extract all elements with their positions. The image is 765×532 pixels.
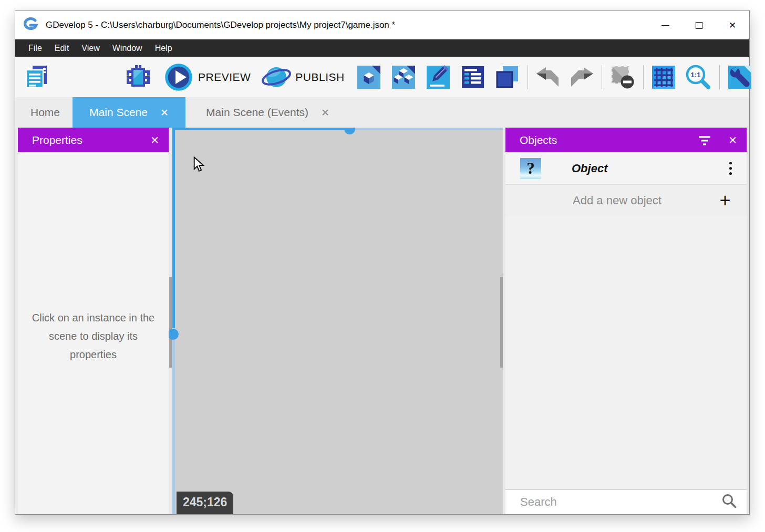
minimize-button[interactable]	[648, 11, 682, 39]
vertical-scroll-track-empty	[172, 340, 175, 514]
redo-button[interactable]	[570, 67, 594, 88]
add-object-row[interactable]: Add a new object +	[505, 185, 747, 216]
main-area: Properties ✕ Click on an instance in the…	[15, 128, 749, 514]
preview-play-icon	[164, 63, 193, 91]
preview-button[interactable]: PREVIEW	[164, 63, 251, 91]
close-window-button[interactable]: ✕	[716, 11, 749, 39]
vertical-scroll-handle[interactable]	[169, 329, 179, 340]
debug-button[interactable]	[125, 64, 152, 91]
tab-label: Main Scene (Events)	[206, 106, 308, 119]
grid-icon	[651, 65, 676, 90]
object-list-item[interactable]: ? Object	[505, 152, 747, 185]
scene-canvas[interactable]: 245;126	[169, 128, 503, 514]
search-input[interactable]	[520, 495, 721, 509]
title-bar: GDevelop 5 - C:\Users\charburg\Documents…	[15, 11, 749, 39]
toolbar: PREVIEW PUBLISH	[15, 57, 749, 97]
vertical-scrollbar-right[interactable]	[500, 277, 503, 368]
tab-main-scene[interactable]: Main Scene ✕	[73, 97, 185, 128]
events-sheet-icon	[460, 65, 485, 90]
mouse-cursor-icon	[193, 157, 205, 175]
window-title: GDevelop 5 - C:\Users\charburg\Documents…	[46, 20, 395, 30]
maximize-icon	[696, 22, 702, 29]
properties-panel-title: Properties	[32, 134, 82, 147]
close-objects-icon[interactable]: ✕	[728, 134, 737, 147]
app-window: GDevelop 5 - C:\Users\charburg\Documents…	[15, 11, 750, 515]
preview-label: PREVIEW	[198, 71, 251, 84]
vertical-scrollbar-left[interactable]	[169, 277, 172, 368]
settings-wrench-icon	[727, 65, 752, 90]
edit-pencil-icon	[426, 65, 451, 90]
filter-objects-button[interactable]	[698, 135, 711, 145]
close-icon: ✕	[729, 20, 736, 31]
open-scene-button[interactable]	[356, 65, 381, 90]
object-name: Object	[572, 162, 607, 175]
search-icon[interactable]	[721, 493, 737, 511]
grid-button[interactable]	[651, 65, 676, 90]
edit-scene-properties-button[interactable]	[426, 65, 451, 90]
objects-panel-header: Objects ✕	[505, 128, 747, 152]
publish-globe-icon	[261, 63, 292, 91]
tab-label: Home	[30, 106, 60, 119]
scene-settings-button[interactable]	[727, 65, 752, 90]
close-tab-icon[interactable]: ✕	[321, 107, 329, 119]
close-properties-icon[interactable]: ✕	[150, 134, 159, 147]
properties-panel-body: Click on an instance in the scene to dis…	[18, 152, 169, 514]
tab-bar: Home Main Scene ✕ Main Scene (Events) ✕	[15, 97, 749, 128]
object-menu-button[interactable]	[727, 160, 734, 177]
menu-window[interactable]: Window	[106, 39, 149, 57]
menu-view[interactable]: View	[75, 39, 106, 57]
minimize-icon	[661, 25, 669, 26]
redo-icon	[570, 67, 594, 88]
zoom-original-button[interactable]: 1:1	[685, 64, 712, 91]
object-question-icon: ?	[520, 158, 541, 179]
project-manager-button[interactable]	[24, 64, 50, 90]
scene-file-cube-icon	[356, 65, 381, 90]
properties-panel-header: Properties ✕	[18, 128, 169, 152]
deactivate-mask-icon	[609, 64, 636, 90]
filter-icon	[698, 135, 711, 145]
project-manager-icon	[24, 64, 50, 90]
gdevelop-logo-icon	[22, 17, 39, 34]
menu-file[interactable]: File	[22, 39, 48, 57]
properties-empty-message: Click on an instance in the scene to dis…	[26, 309, 161, 514]
objects-list-empty-area	[505, 216, 747, 489]
open-layers-button[interactable]	[495, 65, 520, 90]
horizontal-scroll-track-filled	[172, 128, 345, 130]
properties-panel: Properties ✕ Click on an instance in the…	[18, 128, 169, 514]
layers-icon	[495, 65, 520, 90]
horizontal-scroll-handle[interactable]	[344, 128, 355, 134]
edit-events-button[interactable]	[460, 65, 485, 90]
toolbar-separator	[528, 65, 528, 89]
objects-search-bar	[505, 489, 747, 514]
menu-bar: File Edit View Window Help	[15, 39, 749, 57]
edit-objects-button[interactable]	[391, 65, 416, 90]
objects-cubes-icon	[391, 65, 416, 90]
publish-label: PUBLISH	[295, 71, 344, 84]
deactivate-mask-button[interactable]	[609, 64, 636, 90]
menu-edit[interactable]: Edit	[48, 39, 76, 57]
horizontal-scroll-track-empty	[355, 128, 503, 130]
tab-main-scene-events[interactable]: Main Scene (Events) ✕	[185, 97, 350, 128]
svg-text:1:1: 1:1	[690, 71, 700, 79]
maximize-button[interactable]	[682, 11, 716, 39]
plus-icon[interactable]: +	[714, 191, 736, 210]
toolbar-separator	[719, 65, 720, 89]
undo-button[interactable]	[535, 67, 560, 88]
debug-icon	[125, 64, 152, 91]
undo-icon	[535, 67, 560, 88]
cursor-coordinates-badge: 245;126	[177, 492, 233, 514]
menu-help[interactable]: Help	[149, 39, 179, 57]
objects-panel-title: Objects	[520, 134, 557, 147]
add-object-label: Add a new object	[520, 194, 714, 207]
tab-label: Main Scene	[89, 106, 148, 119]
objects-panel: Objects ✕ ? Object Add a new object +	[505, 128, 747, 514]
window-controls: ✕	[648, 11, 749, 39]
vertical-scroll-track-filled	[172, 128, 175, 328]
toolbar-separator	[643, 65, 644, 89]
publish-button[interactable]: PUBLISH	[261, 63, 344, 91]
toolbar-separator	[602, 65, 602, 89]
tab-home[interactable]: Home	[18, 97, 73, 128]
close-tab-icon[interactable]: ✕	[160, 107, 169, 119]
zoom-1-1-icon: 1:1	[685, 64, 712, 91]
